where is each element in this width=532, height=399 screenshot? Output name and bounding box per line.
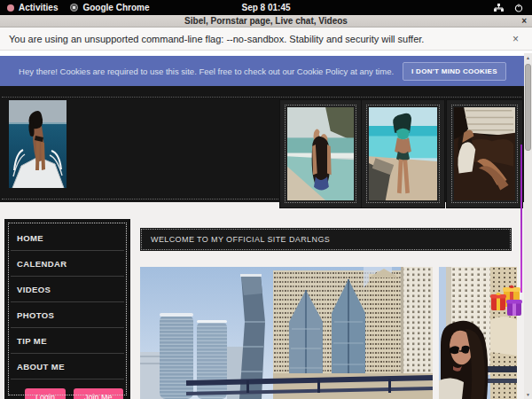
main-photo [140, 267, 433, 399]
activities-button[interactable]: Activities [7, 3, 58, 12]
cookie-message: Hey there! Cookies are required to use t… [19, 66, 394, 76]
sidebar-item-about-me[interactable]: ABOUT ME [11, 354, 124, 379]
scrollbar-thumb[interactable] [525, 64, 531, 151]
network-icon[interactable] [494, 4, 504, 12]
header-boat-photo [9, 100, 66, 188]
turquoise-beach-photo-image [369, 107, 437, 200]
cookie-consent-bar: Hey there! Cookies are required to use t… [0, 56, 525, 86]
header-thumbnail-3[interactable] [446, 99, 523, 208]
welcome-heading: WELCOME TO MY OFFICIAL SITE DARLNGS [140, 235, 330, 244]
beach-heart-photo-image [287, 107, 354, 200]
chrome-icon [70, 4, 78, 12]
scrollbar-up-icon[interactable]: ▲ [526, 53, 530, 62]
gift-boxes-icon [489, 282, 525, 317]
login-button[interactable]: Login [25, 388, 66, 399]
activities-label: Activities [19, 3, 58, 12]
thumbnail-frame [285, 105, 356, 203]
gift-widget[interactable] [489, 282, 525, 317]
window-titlebar: Sibel, Pornstar page, Live chat, Videos … [0, 15, 532, 27]
thumbnail-frame [366, 105, 440, 203]
join-button[interactable]: Join Me [74, 388, 123, 399]
header-dotted-line-top [2, 97, 521, 98]
sidebar-item-videos[interactable]: VIDEOS [11, 277, 124, 302]
skyline-photo-image [140, 267, 433, 399]
sidebar-item-calendar[interactable]: CALENDAR [11, 251, 124, 277]
scrollbar-down-icon[interactable]: ▼ [526, 390, 530, 399]
app-menu-button[interactable]: Google Chrome [70, 3, 149, 12]
sidebar-item-tip-me[interactable]: TIP ME [11, 328, 124, 354]
sidebar-item-home[interactable]: HOME [11, 225, 124, 251]
window-title: Sibel, Pornstar page, Live chat, Videos [184, 16, 348, 26]
header-thumbnail-2[interactable] [361, 99, 445, 208]
power-icon[interactable] [514, 4, 523, 12]
thumbnail-frame [451, 105, 518, 203]
welcome-heading-bar: WELCOME TO MY OFFICIAL SITE DARLNGS [140, 228, 512, 251]
infobar-message: You are using an unsupported command-lin… [0, 34, 424, 44]
couch-photo-image [454, 107, 515, 200]
header-thumbnail-1[interactable] [279, 99, 362, 208]
boat-photo-image [9, 100, 66, 188]
chrome-infobar: You are using an unsupported command-lin… [0, 27, 532, 51]
app-menu-label: Google Chrome [82, 3, 149, 12]
sidebar-item-photos[interactable]: PHOTOS [11, 302, 124, 328]
gnome-top-bar: Activities Google Chrome Sep 8 01:45 [0, 0, 532, 15]
page-scrollbar[interactable]: ▲ ▼ [524, 53, 532, 399]
desktop-screen: Activities Google Chrome Sep 8 01:45 Sib… [0, 0, 532, 399]
activities-dot-icon [7, 4, 14, 12]
sidebar-nav: HOME CALENDAR VIDEOS PHOTOS TIP ME ABOUT… [4, 219, 130, 399]
site-page: HOME CALENDAR VIDEOS PHOTOS TIP ME ABOUT… [0, 86, 525, 399]
window-close-icon[interactable]: × [521, 15, 527, 27]
cookie-accept-button[interactable]: I DON'T MIND COOKIES [403, 62, 506, 81]
gift-widget-line [520, 145, 522, 293]
infobar-close-icon[interactable]: × [512, 33, 532, 45]
